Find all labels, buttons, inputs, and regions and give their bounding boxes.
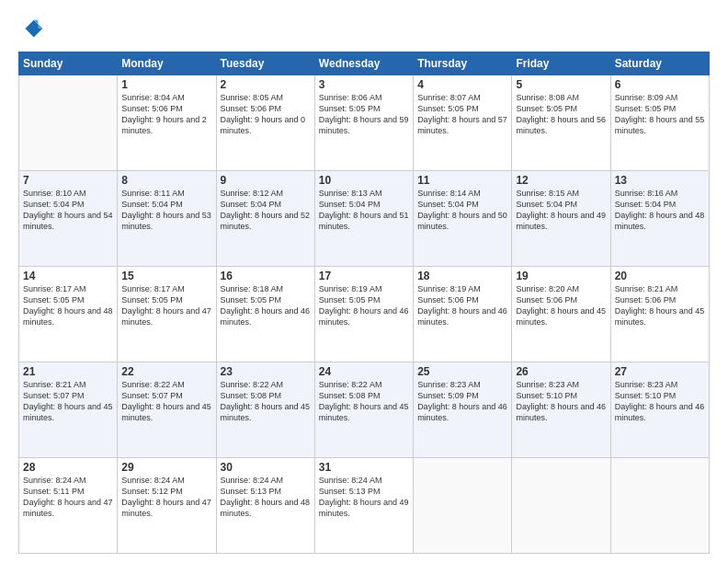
- day-number: 14: [23, 270, 113, 282]
- logo: [18, 17, 48, 42]
- calendar-week-row: 21Sunrise: 8:21 AM Sunset: 5:07 PM Dayli…: [19, 362, 710, 458]
- day-info: Sunrise: 8:19 AM Sunset: 5:06 PM Dayligh…: [417, 283, 507, 328]
- calendar-cell: 31Sunrise: 8:24 AM Sunset: 5:13 PM Dayli…: [314, 458, 413, 554]
- day-number: 18: [417, 270, 507, 282]
- day-number: 27: [615, 365, 705, 378]
- calendar-cell: [19, 75, 118, 171]
- day-info: Sunrise: 8:08 AM Sunset: 5:05 PM Dayligh…: [516, 92, 606, 137]
- svg-marker-0: [25, 20, 42, 38]
- logo-icon: [18, 17, 44, 42]
- weekday-header: Tuesday: [216, 52, 314, 75]
- day-number: 30: [221, 461, 311, 474]
- calendar-cell: 25Sunrise: 8:23 AM Sunset: 5:09 PM Dayli…: [414, 362, 512, 458]
- day-info: Sunrise: 8:21 AM Sunset: 5:07 PM Dayligh…: [23, 379, 113, 424]
- day-number: 19: [516, 270, 606, 282]
- day-number: 16: [221, 270, 311, 282]
- calendar-week-row: 1Sunrise: 8:04 AM Sunset: 5:06 PM Daylig…: [19, 75, 710, 171]
- day-info: Sunrise: 8:24 AM Sunset: 5:12 PM Dayligh…: [121, 475, 211, 520]
- weekday-header: Wednesday: [314, 52, 413, 75]
- calendar-cell: 22Sunrise: 8:22 AM Sunset: 5:07 PM Dayli…: [118, 362, 216, 458]
- calendar-cell: 17Sunrise: 8:19 AM Sunset: 5:05 PM Dayli…: [314, 267, 413, 362]
- day-number: 28: [23, 461, 113, 474]
- calendar-cell: 30Sunrise: 8:24 AM Sunset: 5:13 PM Dayli…: [216, 458, 314, 554]
- calendar-cell: 29Sunrise: 8:24 AM Sunset: 5:12 PM Dayli…: [118, 458, 216, 554]
- day-info: Sunrise: 8:05 AM Sunset: 5:06 PM Dayligh…: [221, 92, 311, 137]
- weekday-header: Saturday: [610, 52, 709, 75]
- day-number: 25: [417, 365, 507, 378]
- calendar-week-row: 14Sunrise: 8:17 AM Sunset: 5:05 PM Dayli…: [19, 267, 710, 362]
- day-number: 29: [121, 461, 211, 474]
- calendar-cell: 6Sunrise: 8:09 AM Sunset: 5:05 PM Daylig…: [610, 75, 709, 171]
- calendar-week-row: 7Sunrise: 8:10 AM Sunset: 5:04 PM Daylig…: [19, 171, 710, 267]
- day-info: Sunrise: 8:10 AM Sunset: 5:04 PM Dayligh…: [23, 188, 113, 233]
- calendar-cell: 28Sunrise: 8:24 AM Sunset: 5:11 PM Dayli…: [19, 458, 118, 554]
- day-number: 20: [615, 270, 705, 282]
- day-number: 22: [121, 365, 211, 378]
- calendar-cell: 11Sunrise: 8:14 AM Sunset: 5:04 PM Dayli…: [414, 171, 512, 267]
- day-info: Sunrise: 8:11 AM Sunset: 5:04 PM Dayligh…: [121, 188, 211, 233]
- day-info: Sunrise: 8:17 AM Sunset: 5:05 PM Dayligh…: [121, 283, 211, 328]
- day-number: 10: [319, 174, 409, 187]
- calendar-week-row: 28Sunrise: 8:24 AM Sunset: 5:11 PM Dayli…: [19, 458, 710, 554]
- day-number: 24: [319, 365, 409, 378]
- day-number: 3: [319, 78, 409, 91]
- calendar-cell: 4Sunrise: 8:07 AM Sunset: 5:05 PM Daylig…: [414, 75, 512, 171]
- day-number: 21: [23, 365, 113, 378]
- day-info: Sunrise: 8:23 AM Sunset: 5:09 PM Dayligh…: [417, 379, 507, 424]
- day-info: Sunrise: 8:22 AM Sunset: 5:08 PM Dayligh…: [319, 379, 409, 424]
- day-info: Sunrise: 8:07 AM Sunset: 5:05 PM Dayligh…: [417, 92, 507, 137]
- day-info: Sunrise: 8:22 AM Sunset: 5:08 PM Dayligh…: [221, 379, 311, 424]
- day-number: 23: [221, 365, 311, 378]
- day-number: 12: [516, 174, 606, 187]
- calendar-cell: 10Sunrise: 8:13 AM Sunset: 5:04 PM Dayli…: [314, 171, 413, 267]
- day-info: Sunrise: 8:09 AM Sunset: 5:05 PM Dayligh…: [615, 92, 705, 137]
- day-info: Sunrise: 8:23 AM Sunset: 5:10 PM Dayligh…: [615, 379, 705, 424]
- calendar-cell: 12Sunrise: 8:15 AM Sunset: 5:04 PM Dayli…: [512, 171, 610, 267]
- calendar-cell: 23Sunrise: 8:22 AM Sunset: 5:08 PM Dayli…: [216, 362, 314, 458]
- calendar-cell: 3Sunrise: 8:06 AM Sunset: 5:05 PM Daylig…: [314, 75, 413, 171]
- calendar-cell: 16Sunrise: 8:18 AM Sunset: 5:05 PM Dayli…: [216, 267, 314, 362]
- calendar-table: SundayMondayTuesdayWednesdayThursdayFrid…: [18, 52, 710, 554]
- day-number: 11: [417, 174, 507, 187]
- day-number: 31: [319, 461, 409, 474]
- day-info: Sunrise: 8:14 AM Sunset: 5:04 PM Dayligh…: [417, 188, 507, 233]
- calendar-cell: 9Sunrise: 8:12 AM Sunset: 5:04 PM Daylig…: [216, 171, 314, 267]
- day-info: Sunrise: 8:24 AM Sunset: 5:13 PM Dayligh…: [221, 475, 311, 520]
- calendar-cell: 15Sunrise: 8:17 AM Sunset: 5:05 PM Dayli…: [118, 267, 216, 362]
- calendar-cell: 27Sunrise: 8:23 AM Sunset: 5:10 PM Dayli…: [610, 362, 709, 458]
- day-info: Sunrise: 8:13 AM Sunset: 5:04 PM Dayligh…: [319, 188, 409, 233]
- calendar-cell: 20Sunrise: 8:21 AM Sunset: 5:06 PM Dayli…: [610, 267, 709, 362]
- day-info: Sunrise: 8:20 AM Sunset: 5:06 PM Dayligh…: [516, 283, 606, 328]
- calendar-cell: 2Sunrise: 8:05 AM Sunset: 5:06 PM Daylig…: [216, 75, 314, 171]
- day-number: 13: [615, 174, 705, 187]
- weekday-header: Friday: [512, 52, 610, 75]
- calendar-cell: 18Sunrise: 8:19 AM Sunset: 5:06 PM Dayli…: [414, 267, 512, 362]
- calendar-cell: [512, 458, 610, 554]
- day-info: Sunrise: 8:15 AM Sunset: 5:04 PM Dayligh…: [516, 188, 606, 233]
- calendar-cell: 14Sunrise: 8:17 AM Sunset: 5:05 PM Dayli…: [19, 267, 118, 362]
- day-info: Sunrise: 8:22 AM Sunset: 5:07 PM Dayligh…: [121, 379, 211, 424]
- day-info: Sunrise: 8:21 AM Sunset: 5:06 PM Dayligh…: [615, 283, 705, 328]
- day-number: 1: [121, 78, 211, 91]
- day-number: 7: [23, 174, 113, 187]
- calendar-cell: 5Sunrise: 8:08 AM Sunset: 5:05 PM Daylig…: [512, 75, 610, 171]
- calendar-header-row: SundayMondayTuesdayWednesdayThursdayFrid…: [19, 52, 710, 75]
- day-info: Sunrise: 8:17 AM Sunset: 5:05 PM Dayligh…: [23, 283, 113, 328]
- weekday-header: Sunday: [19, 52, 118, 75]
- day-number: 8: [121, 174, 211, 187]
- weekday-header: Thursday: [414, 52, 512, 75]
- day-number: 9: [221, 174, 311, 187]
- day-info: Sunrise: 8:12 AM Sunset: 5:04 PM Dayligh…: [221, 188, 311, 233]
- day-info: Sunrise: 8:06 AM Sunset: 5:05 PM Dayligh…: [319, 92, 409, 137]
- header: [18, 17, 710, 42]
- day-number: 17: [319, 270, 409, 282]
- day-number: 6: [615, 78, 705, 91]
- day-number: 26: [516, 365, 606, 378]
- calendar-cell: 8Sunrise: 8:11 AM Sunset: 5:04 PM Daylig…: [118, 171, 216, 267]
- day-info: Sunrise: 8:24 AM Sunset: 5:13 PM Dayligh…: [319, 475, 409, 520]
- page: SundayMondayTuesdayWednesdayThursdayFrid…: [0, 0, 728, 563]
- calendar-cell: 13Sunrise: 8:16 AM Sunset: 5:04 PM Dayli…: [610, 171, 709, 267]
- day-info: Sunrise: 8:04 AM Sunset: 5:06 PM Dayligh…: [121, 92, 211, 137]
- day-number: 5: [516, 78, 606, 91]
- day-info: Sunrise: 8:24 AM Sunset: 5:11 PM Dayligh…: [23, 475, 113, 520]
